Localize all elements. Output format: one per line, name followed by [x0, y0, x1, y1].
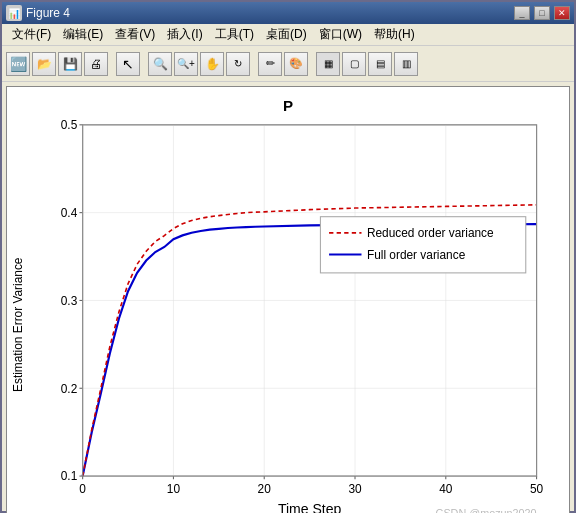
figure-button[interactable]: ▦: [316, 52, 340, 76]
svg-text:0.2: 0.2: [61, 382, 78, 396]
plot-title: P: [283, 97, 293, 114]
menu-tools[interactable]: 工具(T): [209, 24, 260, 45]
rotate-button[interactable]: ↻: [226, 52, 250, 76]
plot-area: P Estimation Error Variance: [6, 86, 570, 513]
svg-text:0: 0: [79, 482, 86, 496]
svg-text:0.1: 0.1: [61, 469, 78, 483]
menu-file[interactable]: 文件(F): [6, 24, 57, 45]
minimize-button[interactable]: _: [514, 6, 530, 20]
svg-text:20: 20: [258, 482, 272, 496]
open-button[interactable]: 📂: [32, 52, 56, 76]
legend-box: [320, 217, 525, 273]
svg-text:0.5: 0.5: [61, 118, 78, 132]
title-bar: 📊 Figure 4 _ □ ✕: [2, 2, 574, 24]
window-icon: 📊: [6, 5, 22, 21]
menu-insert[interactable]: 插入(I): [161, 24, 208, 45]
main-window: 📊 Figure 4 _ □ ✕ 文件(F) 编辑(E) 查看(V) 插入(I)…: [0, 0, 576, 513]
plot-svg: P Estimation Error Variance: [7, 87, 569, 513]
menu-window[interactable]: 窗口(W): [313, 24, 368, 45]
svg-text:0.4: 0.4: [61, 206, 78, 220]
y-axis-label: Estimation Error Variance: [11, 257, 25, 392]
prop-button[interactable]: ▥: [394, 52, 418, 76]
menu-bar: 文件(F) 编辑(E) 查看(V) 插入(I) 工具(T) 桌面(D) 窗口(W…: [2, 24, 574, 46]
axes-button[interactable]: ▢: [342, 52, 366, 76]
maximize-button[interactable]: □: [534, 6, 550, 20]
new-button[interactable]: 🆕: [6, 52, 30, 76]
pan-button[interactable]: ✋: [200, 52, 224, 76]
zoom-in2-button[interactable]: 🔍+: [174, 52, 198, 76]
colormap-button[interactable]: 🎨: [284, 52, 308, 76]
menu-edit[interactable]: 编辑(E): [57, 24, 109, 45]
y-tick-labels: 0.1 0.2 0.3 0.4 0.5: [61, 118, 78, 483]
svg-text:0.3: 0.3: [61, 294, 78, 308]
print-button[interactable]: 🖨: [84, 52, 108, 76]
svg-text:30: 30: [348, 482, 362, 496]
x-axis-label: Time Step: [278, 501, 342, 513]
toolbar: 🆕 📂 💾 🖨 ↖ 🔍 🔍+ ✋ ↻ ✏ 🎨 ▦ ▢ ▤ ▥: [2, 46, 574, 82]
annotate-button[interactable]: ✏: [258, 52, 282, 76]
link-button[interactable]: ▤: [368, 52, 392, 76]
legend-full-label: Full order variance: [367, 248, 466, 262]
select-button[interactable]: ↖: [116, 52, 140, 76]
menu-help[interactable]: 帮助(H): [368, 24, 421, 45]
legend-reduced-label: Reduced order variance: [367, 226, 494, 240]
svg-text:50: 50: [530, 482, 544, 496]
menu-desktop[interactable]: 桌面(D): [260, 24, 313, 45]
svg-text:10: 10: [167, 482, 181, 496]
window-title: Figure 4: [26, 6, 510, 20]
watermark: CSDN @mozun2020: [436, 507, 537, 513]
close-button[interactable]: ✕: [554, 6, 570, 20]
svg-text:40: 40: [439, 482, 453, 496]
x-tick-labels: 0 10 20 30 40 50: [79, 482, 543, 496]
save-button[interactable]: 💾: [58, 52, 82, 76]
zoom-in-button[interactable]: 🔍: [148, 52, 172, 76]
menu-view[interactable]: 查看(V): [109, 24, 161, 45]
